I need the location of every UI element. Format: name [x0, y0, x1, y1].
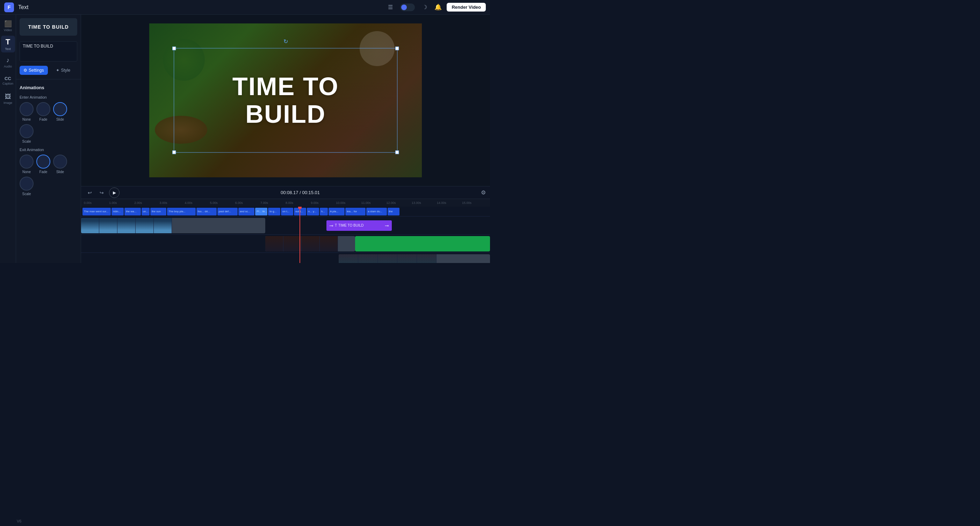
exit-anim-slide-circle: [53, 155, 67, 169]
video-thumb-3: [118, 218, 135, 233]
caption-segment[interactable]: The man went sur...: [83, 208, 111, 215]
notification-bell-icon[interactable]: 🔔: [434, 3, 442, 11]
enter-anim-slide-circle: [53, 102, 67, 116]
exit-animation-label: Exit Animation: [19, 148, 77, 152]
enter-animation-options: None Fade Slide Scale: [19, 102, 77, 143]
timeline-ruler: 0.00s 1.00s 2.00s 3.00s 4.00s 5.00s 6.00…: [81, 199, 490, 207]
center-area: ↻ TIME TO BUILD ↩ ↪ ▶: [81, 15, 490, 263]
undo-button[interactable]: ↩: [85, 188, 94, 197]
text-track-icon: T: [335, 223, 337, 227]
caption-segment[interactable]: the wa...: [124, 208, 140, 215]
video-thumb-1: [81, 218, 99, 233]
app-logo: F: [4, 2, 14, 12]
panel-tabs: ⚙ Settings ✦ Style: [19, 66, 77, 75]
text-track-handle-left[interactable]: ⊸: [329, 223, 333, 228]
image-icon: 🖼: [5, 93, 11, 100]
exit-animation-options: None Fade Slide Scale: [19, 155, 77, 196]
exit-anim-slide[interactable]: Slide: [53, 155, 67, 174]
caption-segment[interactable]: h...: [320, 208, 328, 215]
caption-track: The man went sur... ridin... the wa... u…: [81, 207, 490, 217]
text-track-handle-right[interactable]: ⊸: [385, 223, 389, 228]
main-content: ⬛ Video T Text ♪ Audio CC Caption 🖼 Imag…: [0, 15, 490, 263]
sidebar-item-image[interactable]: 🖼 Image: [1, 90, 15, 107]
text-track-timetobuild[interactable]: ⊸ T TIME TO BUILD ⊸: [326, 220, 392, 231]
enter-anim-none-circle: [19, 102, 33, 116]
caption-segment[interactable]: The boy pla...: [167, 208, 196, 215]
enter-anim-none[interactable]: None: [19, 102, 33, 121]
timeline-tracks[interactable]: The man went sur... ridin... the wa... u…: [81, 207, 490, 263]
tab-settings[interactable]: ⚙ Settings: [19, 66, 48, 75]
animations-section-title: Animations: [19, 85, 77, 90]
caption-segment[interactable]: on t...: [281, 208, 293, 215]
video-thumb-4: [135, 218, 154, 233]
style-icon: ✦: [56, 68, 59, 73]
sidebar-item-audio[interactable]: ♪ Audio: [1, 54, 15, 71]
topbar: F Text ☰ ☽ 🔔 Render Video: [0, 0, 490, 15]
sports-thumb-3: [302, 236, 320, 252]
video-icon: ⬛: [4, 20, 12, 28]
moon-icon[interactable]: ☽: [420, 2, 430, 12]
sports-thumb-2: [283, 236, 302, 252]
play-button[interactable]: ▶: [109, 188, 119, 198]
video-thumb-2: [99, 218, 118, 233]
redo-button[interactable]: ↪: [97, 188, 106, 197]
cycling-thumb-5: [417, 254, 436, 263]
caption-segment[interactable]: to g...: [268, 208, 280, 215]
caption-segment[interactable]: n... y...: [307, 208, 319, 215]
caption-segment[interactable]: ridin...: [111, 208, 124, 215]
caption-segment[interactable]: past def...: [217, 208, 238, 215]
caption-track-content: The man went sur... ridin... the wa... u…: [81, 207, 490, 217]
timeline-controls: ↩ ↪ ▶ 00:08.17 / 00:15.01 ⚙: [81, 186, 490, 199]
video-segment-sports[interactable]: [265, 236, 355, 252]
text-track-label: TIME TO BUILD: [338, 223, 363, 227]
topbar-controls: ☰ ☽ 🔔 Render Video: [385, 2, 486, 12]
caption-segment[interactable]: and sc...: [239, 208, 255, 215]
sidebar-item-caption[interactable]: CC Caption: [1, 72, 15, 89]
caption-segment[interactable]: un...: [142, 208, 150, 215]
preview-area: ↻ TIME TO BUILD: [81, 15, 490, 186]
sidebar-item-video[interactable]: ⬛ Video: [1, 18, 15, 34]
exit-anim-fade-circle: [37, 155, 50, 169]
settings-icon: ⚙: [24, 68, 27, 73]
video-track-cycling: [81, 253, 490, 263]
audio-icon: ♪: [6, 57, 10, 64]
video-thumb-5: [154, 218, 172, 233]
green-segment[interactable]: [355, 236, 490, 252]
text-content-input[interactable]: TIME TO BUILD: [19, 41, 77, 62]
cycling-segment[interactable]: [339, 254, 490, 263]
enter-anim-slide[interactable]: Slide: [53, 102, 67, 121]
cycling-thumb-4: [398, 254, 417, 263]
sidebar-item-text[interactable]: T Text: [1, 36, 15, 53]
video-preview[interactable]: ↻ TIME TO BUILD: [149, 24, 422, 177]
text-panel: TIME TO BUILD TIME TO BUILD ⚙ Settings ✦…: [16, 15, 81, 263]
enter-anim-scale[interactable]: Scale: [19, 124, 33, 143]
enter-anim-fade[interactable]: Fade: [37, 102, 50, 121]
video-track-surfing: ⊸ T TIME TO BUILD ⊸: [81, 217, 490, 235]
sports-thumb-1: [265, 236, 283, 252]
icon-nav: ⬛ Video T Text ♪ Audio CC Caption 🖼 Imag…: [0, 15, 16, 263]
timeline: ↩ ↪ ▶ 00:08.17 / 00:15.01 ⚙ 0.00s 1.00s …: [81, 186, 490, 263]
render-video-button[interactable]: Render Video: [447, 3, 486, 11]
caption-segment[interactable]: foo... dri...: [196, 208, 217, 215]
caption-segment[interactable]: the sun: [150, 208, 166, 215]
caption-segment[interactable]: Pl... lik...: [255, 208, 267, 215]
enter-animation-label: Enter Animation: [19, 95, 77, 99]
exit-anim-scale[interactable]: Scale: [19, 177, 33, 196]
toggle-panel-button[interactable]: ☰: [385, 2, 395, 12]
caption-segment[interactable]: out t...: [294, 208, 306, 215]
caption-segment[interactable]: a slam du...: [366, 208, 387, 215]
text-icon: T: [6, 37, 10, 46]
panel-text-preview: TIME TO BUILD: [19, 18, 77, 36]
exit-anim-none[interactable]: None: [19, 155, 33, 174]
video-segment-surfing[interactable]: [81, 218, 265, 233]
caption-segment[interactable]: lea... for: [345, 208, 366, 215]
timeline-settings-button[interactable]: ⚙: [481, 189, 486, 196]
caption-segment[interactable]: A pla...: [329, 208, 345, 215]
exit-anim-none-circle: [19, 155, 33, 169]
tab-style[interactable]: ✦ Style: [49, 66, 78, 75]
dark-mode-toggle[interactable]: [400, 3, 415, 11]
exit-anim-fade[interactable]: Fade: [37, 155, 50, 174]
page-title: Text: [18, 4, 381, 11]
caption-segment[interactable]: the: [388, 208, 400, 215]
caption-icon: CC: [5, 76, 11, 81]
